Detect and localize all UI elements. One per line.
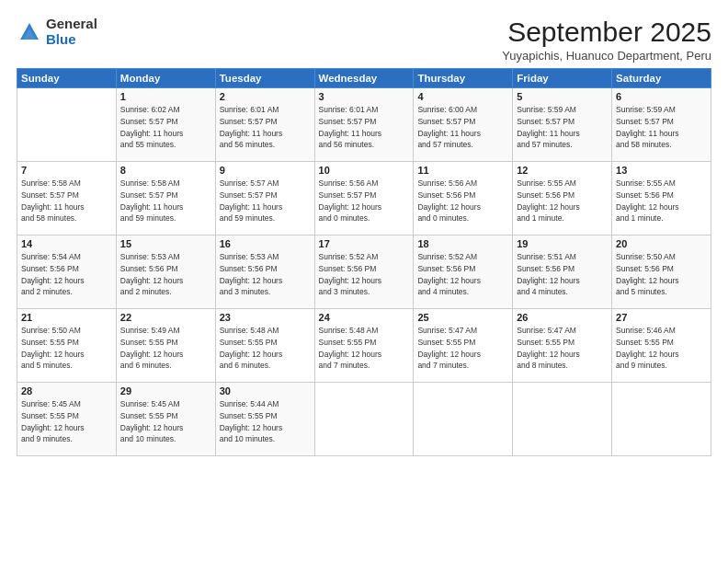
- col-monday: Monday: [116, 69, 215, 88]
- calendar-cell: 17Sunrise: 5:52 AMSunset: 5:56 PMDayligh…: [314, 236, 414, 309]
- day-info: Sunrise: 5:45 AMSunset: 5:55 PMDaylight:…: [120, 398, 211, 445]
- day-info: Sunrise: 5:47 AMSunset: 5:55 PMDaylight:…: [417, 325, 508, 372]
- day-number: 1: [120, 91, 211, 102]
- day-number: 9: [220, 165, 311, 176]
- day-number: 13: [616, 165, 707, 176]
- day-number: 30: [220, 385, 311, 396]
- day-info: Sunrise: 5:55 AMSunset: 5:56 PMDaylight:…: [517, 178, 608, 224]
- day-number: 28: [21, 385, 112, 396]
- page: General Blue September 2025 Yuyapichis, …: [0, 0, 728, 563]
- day-number: 20: [616, 238, 707, 249]
- day-info: Sunrise: 5:52 AMSunset: 5:56 PMDaylight:…: [319, 251, 410, 298]
- calendar-table: Sunday Monday Tuesday Wednesday Thursday…: [17, 68, 711, 456]
- calendar-cell: 5Sunrise: 5:59 AMSunset: 5:57 PMDaylight…: [513, 88, 612, 162]
- day-number: 15: [120, 238, 211, 249]
- calendar-cell: 24Sunrise: 5:48 AMSunset: 5:55 PMDayligh…: [314, 309, 414, 383]
- day-info: Sunrise: 6:00 AMSunset: 5:57 PMDaylight:…: [417, 104, 508, 151]
- calendar-cell: 21Sunrise: 5:50 AMSunset: 5:55 PMDayligh…: [17, 309, 117, 383]
- day-info: Sunrise: 5:49 AMSunset: 5:55 PMDaylight:…: [120, 325, 211, 372]
- col-wednesday: Wednesday: [314, 69, 414, 88]
- day-number: 16: [220, 238, 311, 249]
- month-title: September 2025: [502, 17, 711, 47]
- day-number: 25: [417, 312, 508, 323]
- calendar-cell: 27Sunrise: 5:46 AMSunset: 5:55 PMDayligh…: [612, 309, 711, 383]
- calendar-cell: 26Sunrise: 5:47 AMSunset: 5:55 PMDayligh…: [513, 309, 612, 383]
- day-number: 21: [21, 312, 112, 323]
- day-number: 24: [319, 312, 410, 323]
- day-number: 17: [319, 238, 410, 249]
- calendar-cell: 22Sunrise: 5:49 AMSunset: 5:55 PMDayligh…: [116, 309, 215, 383]
- day-number: 22: [120, 312, 211, 323]
- day-info: Sunrise: 5:47 AMSunset: 5:55 PMDaylight:…: [517, 325, 608, 372]
- header: General Blue September 2025 Yuyapichis, …: [17, 17, 711, 63]
- day-number: 3: [319, 91, 410, 102]
- day-number: 4: [417, 91, 508, 102]
- calendar-cell: 23Sunrise: 5:48 AMSunset: 5:55 PMDayligh…: [215, 309, 314, 383]
- day-number: 14: [21, 238, 112, 249]
- calendar-week-1: 1Sunrise: 6:02 AMSunset: 5:57 PMDaylight…: [17, 88, 711, 162]
- logo: General Blue: [17, 17, 97, 47]
- calendar-cell: 28Sunrise: 5:45 AMSunset: 5:55 PMDayligh…: [17, 383, 117, 456]
- day-info: Sunrise: 5:59 AMSunset: 5:57 PMDaylight:…: [616, 104, 707, 151]
- day-number: 5: [517, 91, 608, 102]
- col-tuesday: Tuesday: [215, 69, 314, 88]
- calendar-cell: 3Sunrise: 6:01 AMSunset: 5:57 PMDaylight…: [314, 88, 414, 162]
- day-number: 18: [417, 238, 508, 249]
- day-info: Sunrise: 5:50 AMSunset: 5:56 PMDaylight:…: [616, 251, 707, 298]
- day-info: Sunrise: 6:01 AMSunset: 5:57 PMDaylight:…: [319, 104, 410, 151]
- day-info: Sunrise: 6:02 AMSunset: 5:57 PMDaylight:…: [120, 104, 211, 151]
- calendar-cell: [414, 383, 513, 456]
- day-number: 26: [517, 312, 608, 323]
- calendar-cell: 12Sunrise: 5:55 AMSunset: 5:56 PMDayligh…: [513, 162, 612, 236]
- day-number: 29: [120, 385, 211, 396]
- day-info: Sunrise: 5:53 AMSunset: 5:56 PMDaylight:…: [220, 251, 311, 298]
- day-info: Sunrise: 5:58 AMSunset: 5:57 PMDaylight:…: [120, 178, 211, 224]
- day-number: 23: [220, 312, 311, 323]
- day-info: Sunrise: 5:51 AMSunset: 5:56 PMDaylight:…: [517, 251, 608, 298]
- day-number: 12: [517, 165, 608, 176]
- calendar-cell: 25Sunrise: 5:47 AMSunset: 5:55 PMDayligh…: [414, 309, 513, 383]
- calendar-cell: [314, 383, 414, 456]
- col-thursday: Thursday: [414, 69, 513, 88]
- calendar-cell: 8Sunrise: 5:58 AMSunset: 5:57 PMDaylight…: [116, 162, 215, 236]
- day-info: Sunrise: 5:50 AMSunset: 5:55 PMDaylight:…: [21, 325, 112, 372]
- col-friday: Friday: [513, 69, 612, 88]
- calendar-cell: 30Sunrise: 5:44 AMSunset: 5:55 PMDayligh…: [215, 383, 314, 456]
- logo-text: General Blue: [46, 17, 97, 47]
- calendar-cell: 9Sunrise: 5:57 AMSunset: 5:57 PMDaylight…: [215, 162, 314, 236]
- day-info: Sunrise: 5:58 AMSunset: 5:57 PMDaylight:…: [21, 178, 112, 224]
- day-number: 6: [616, 91, 707, 102]
- day-info: Sunrise: 5:54 AMSunset: 5:56 PMDaylight:…: [21, 251, 112, 298]
- title-block: September 2025 Yuyapichis, Huanuco Depar…: [502, 17, 711, 63]
- day-number: 7: [21, 165, 112, 176]
- calendar-cell: 11Sunrise: 5:56 AMSunset: 5:56 PMDayligh…: [414, 162, 513, 236]
- day-number: 11: [417, 165, 508, 176]
- calendar-cell: 13Sunrise: 5:55 AMSunset: 5:56 PMDayligh…: [612, 162, 711, 236]
- day-info: Sunrise: 6:01 AMSunset: 5:57 PMDaylight:…: [220, 104, 311, 151]
- calendar-cell: 19Sunrise: 5:51 AMSunset: 5:56 PMDayligh…: [513, 236, 612, 309]
- calendar-week-2: 7Sunrise: 5:58 AMSunset: 5:57 PMDaylight…: [17, 162, 711, 236]
- day-info: Sunrise: 5:52 AMSunset: 5:56 PMDaylight:…: [417, 251, 508, 298]
- day-info: Sunrise: 5:59 AMSunset: 5:57 PMDaylight:…: [517, 104, 608, 151]
- day-info: Sunrise: 5:56 AMSunset: 5:57 PMDaylight:…: [319, 178, 410, 224]
- col-saturday: Saturday: [612, 69, 711, 88]
- calendar-week-5: 28Sunrise: 5:45 AMSunset: 5:55 PMDayligh…: [17, 383, 711, 456]
- calendar-cell: 15Sunrise: 5:53 AMSunset: 5:56 PMDayligh…: [116, 236, 215, 309]
- logo-general-label: General: [46, 17, 97, 32]
- day-number: 19: [517, 238, 608, 249]
- day-number: 10: [319, 165, 410, 176]
- day-number: 8: [120, 165, 211, 176]
- subtitle: Yuyapichis, Huanuco Department, Peru: [502, 49, 711, 63]
- calendar-cell: 10Sunrise: 5:56 AMSunset: 5:57 PMDayligh…: [314, 162, 414, 236]
- calendar-cell: 7Sunrise: 5:58 AMSunset: 5:57 PMDaylight…: [17, 162, 117, 236]
- calendar-cell: 18Sunrise: 5:52 AMSunset: 5:56 PMDayligh…: [414, 236, 513, 309]
- logo-blue-label: Blue: [46, 32, 97, 48]
- calendar-cell: 16Sunrise: 5:53 AMSunset: 5:56 PMDayligh…: [215, 236, 314, 309]
- calendar-cell: 14Sunrise: 5:54 AMSunset: 5:56 PMDayligh…: [17, 236, 117, 309]
- day-info: Sunrise: 5:48 AMSunset: 5:55 PMDaylight:…: [319, 325, 410, 372]
- calendar-cell: [612, 383, 711, 456]
- calendar-week-3: 14Sunrise: 5:54 AMSunset: 5:56 PMDayligh…: [17, 236, 711, 309]
- calendar-cell: 2Sunrise: 6:01 AMSunset: 5:57 PMDaylight…: [215, 88, 314, 162]
- day-info: Sunrise: 5:55 AMSunset: 5:56 PMDaylight:…: [616, 178, 707, 224]
- day-info: Sunrise: 5:46 AMSunset: 5:55 PMDaylight:…: [616, 325, 707, 372]
